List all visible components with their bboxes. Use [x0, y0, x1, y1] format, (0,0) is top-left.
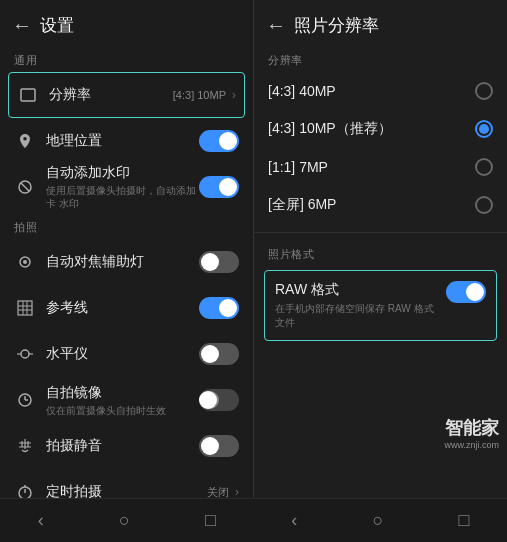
- selftimer-icon: [14, 389, 36, 411]
- watermark-icon: [14, 176, 36, 198]
- raw-format-section: RAW 格式 在手机内部存储空间保存 RAW 格式文件: [264, 270, 497, 341]
- bottom-nav-row: ‹ ○ □ ‹ ○ □: [0, 498, 507, 542]
- watermark-title: 自动添加水印: [46, 164, 199, 182]
- resolution-panel-title: 照片分辨率: [294, 14, 379, 37]
- res-section-label: 分辨率: [254, 47, 507, 72]
- res-40mp-radio[interactable]: [475, 82, 493, 100]
- resolution-back-icon[interactable]: ←: [266, 14, 286, 37]
- svg-point-4: [23, 260, 27, 264]
- resolution-value: [4:3] 10MP: [173, 89, 226, 101]
- shutter-item[interactable]: 拍摄静音: [0, 423, 253, 469]
- svg-point-10: [21, 350, 29, 358]
- location-item[interactable]: 地理位置: [0, 118, 253, 164]
- res-10mp-radio[interactable]: [475, 120, 493, 138]
- settings-title: 设置: [40, 14, 74, 37]
- location-content: 地理位置: [46, 132, 199, 150]
- shutter-toggle[interactable]: [199, 435, 239, 457]
- timer-item[interactable]: 定时拍摄 关闭 ›: [0, 469, 253, 498]
- shutter-right: [199, 435, 239, 457]
- res-6mp-radio[interactable]: [475, 196, 493, 214]
- resolution-header: ← 照片分辨率: [254, 0, 507, 47]
- gridline-right: [199, 297, 239, 319]
- res-10mp-label: [4:3] 10MP（推荐）: [268, 120, 475, 138]
- raw-title: RAW 格式: [275, 281, 436, 299]
- watermark-main-text: 智能家: [444, 416, 499, 440]
- autofocus-title: 自动对焦辅助灯: [46, 253, 199, 271]
- res-7mp-radio[interactable]: [475, 158, 493, 176]
- selftimer-content: 自拍镜像 仅在前置摄像头自拍时生效: [46, 384, 199, 417]
- horizon-content: 水平仪: [46, 345, 199, 363]
- watermark-item[interactable]: 自动添加水印 使用后置摄像头拍摄时，自动添加卡 水印: [0, 164, 253, 210]
- location-toggle[interactable]: [199, 130, 239, 152]
- gridline-item[interactable]: 参考线: [0, 285, 253, 331]
- timer-content: 定时拍摄: [46, 483, 207, 498]
- nav-right: ‹ ○ □: [254, 498, 508, 542]
- raw-toggle[interactable]: [446, 281, 486, 303]
- autofocus-content: 自动对焦辅助灯: [46, 253, 199, 271]
- location-title: 地理位置: [46, 132, 199, 150]
- timer-icon: [14, 481, 36, 498]
- timer-value: 关闭: [207, 485, 229, 499]
- selftimer-item[interactable]: 自拍镜像 仅在前置摄像头自拍时生效: [0, 377, 253, 423]
- location-icon: [14, 130, 36, 152]
- autofocus-icon: [14, 251, 36, 273]
- horizon-item[interactable]: 水平仪: [0, 331, 253, 377]
- nav-recents-icon[interactable]: □: [205, 510, 216, 531]
- watermark-toggle[interactable]: [199, 176, 239, 198]
- selftimer-title: 自拍镜像: [46, 384, 199, 402]
- svg-line-2: [21, 183, 29, 191]
- watermark-subtitle: 使用后置摄像头拍摄时，自动添加卡 水印: [46, 184, 199, 210]
- shutter-content: 拍摄静音: [46, 437, 199, 455]
- timer-right: 关闭 ›: [207, 485, 239, 499]
- gridline-title: 参考线: [46, 299, 199, 317]
- watermark-right: [199, 176, 239, 198]
- res-6mp-label: [全屏] 6MP: [268, 196, 475, 214]
- svg-rect-5: [18, 301, 32, 315]
- autofocus-item[interactable]: 自动对焦辅助灯: [0, 239, 253, 285]
- gridline-icon: [14, 297, 36, 319]
- timer-title: 定时拍摄: [46, 483, 207, 498]
- nav-left: ‹ ○ □: [0, 498, 254, 542]
- location-right: [199, 130, 239, 152]
- resolution-title: 分辨率: [49, 86, 173, 104]
- selftimer-subtitle: 仅在前置摄像头自拍时生效: [46, 404, 199, 417]
- raw-row: RAW 格式 在手机内部存储空间保存 RAW 格式文件: [275, 281, 486, 330]
- horizon-toggle[interactable]: [199, 343, 239, 365]
- shutter-icon: [14, 435, 36, 457]
- horizon-title: 水平仪: [46, 345, 199, 363]
- horizon-icon: [14, 343, 36, 365]
- nav-back-icon-2[interactable]: ‹: [291, 510, 297, 531]
- nav-recents-icon-2[interactable]: □: [459, 510, 470, 531]
- res-40mp-option[interactable]: [4:3] 40MP: [254, 72, 507, 110]
- nav-home-icon[interactable]: ○: [119, 510, 130, 531]
- resolution-chevron: ›: [232, 88, 236, 102]
- watermark-sub-text: www.znji.com: [444, 440, 499, 450]
- selftimer-right: [199, 389, 239, 411]
- section-general-label: 通用: [0, 47, 253, 72]
- horizon-right: [199, 343, 239, 365]
- shutter-title: 拍摄静音: [46, 437, 199, 455]
- res-7mp-option[interactable]: [1:1] 7MP: [254, 148, 507, 186]
- res-10mp-option[interactable]: [4:3] 10MP（推荐）: [254, 110, 507, 148]
- res-7mp-label: [1:1] 7MP: [268, 159, 475, 175]
- res-6mp-option[interactable]: [全屏] 6MP: [254, 186, 507, 224]
- timer-chevron: ›: [235, 485, 239, 498]
- nav-back-icon[interactable]: ‹: [38, 510, 44, 531]
- raw-subtitle: 在手机内部存储空间保存 RAW 格式文件: [275, 302, 436, 330]
- gridline-toggle[interactable]: [199, 297, 239, 319]
- resolution-icon: [17, 84, 39, 106]
- nav-home-icon-2[interactable]: ○: [372, 510, 383, 531]
- autofocus-right: [199, 251, 239, 273]
- svg-rect-0: [21, 89, 35, 101]
- watermark-area: 智能家 www.znji.com: [444, 416, 499, 450]
- resolution-right: [4:3] 10MP ›: [173, 88, 236, 102]
- resolution-item[interactable]: 分辨率 [4:3] 10MP ›: [8, 72, 245, 118]
- raw-text-col: RAW 格式 在手机内部存储空间保存 RAW 格式文件: [275, 281, 436, 330]
- resolution-panel: ← 照片分辨率 分辨率 [4:3] 40MP [4:3] 10MP（推荐） [1…: [253, 0, 507, 498]
- resolution-content: 分辨率: [49, 86, 173, 104]
- selftimer-toggle[interactable]: [199, 389, 239, 411]
- watermark-content: 自动添加水印 使用后置摄像头拍摄时，自动添加卡 水印: [46, 164, 199, 210]
- autofocus-toggle[interactable]: [199, 251, 239, 273]
- back-arrow-icon[interactable]: ←: [12, 14, 32, 37]
- res-40mp-label: [4:3] 40MP: [268, 83, 475, 99]
